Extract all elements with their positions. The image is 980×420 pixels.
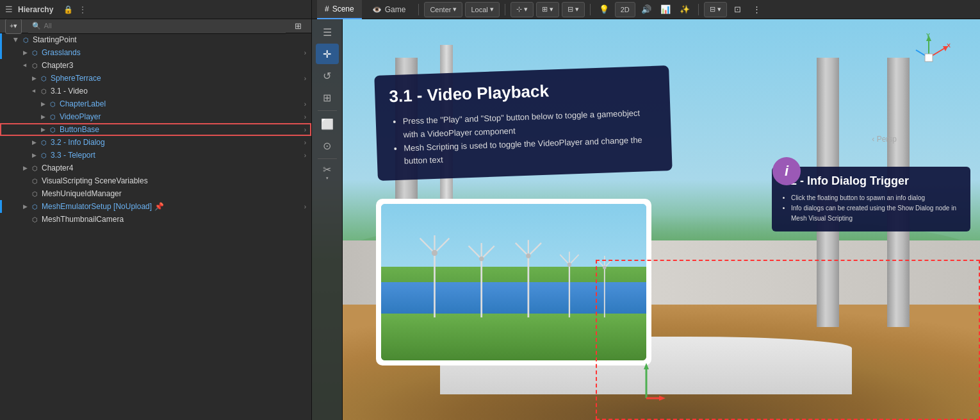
panel-32-item1: Click the floating button to spawn an in… [791,193,961,203]
scene-view[interactable]: 3.1 - Video Playback Press the "Play" an… [312,19,980,420]
tree-item-sphereterrace[interactable]: ▶ ⬡ SphereTerrace › [0,72,311,85]
move-tool[interactable]: ⊹▾ [510,2,534,17]
fullscreen-toggle[interactable]: ⊡ [730,2,746,17]
svg-text:X: X [947,42,951,49]
right-arrow-icon: › [304,152,306,159]
scene-toolbar: ☰ ✛ ↺ ⊞ ⬜ ⊙ ✂ ▾ [312,19,343,420]
svg-line-17 [569,255,579,265]
more-options-icon[interactable]: ⋮ [78,4,87,15]
stats-toggle[interactable]: 📊 [657,2,674,17]
local-label: Local [471,6,487,13]
tree-item-31video[interactable]: ▼ ⬡ 3.1 - Video [0,85,311,97]
expand-arrow[interactable]: ▶ [38,101,47,107]
scene-more-options[interactable]: ⋮ [749,2,765,17]
main-area: +▾ 🔍 ⊞ ▶ ⬡ StartingPoint ▶ ⬡ [0,19,980,420]
hand-tool[interactable]: ☰ [316,22,339,42]
center-label: Center [430,6,451,13]
layout-icon: ⊟ [710,5,715,13]
tree-item-meshemulator[interactable]: ▶ ⬡ MeshEmulatorSetup [NoUpload] 📌 › [0,200,311,213]
right-arrow-icon: › [304,203,306,210]
cube-icon: ⬡ [29,163,40,173]
rect-tool-scene[interactable]: ⬜ [316,113,339,134]
rotate-tool-scene[interactable]: ↺ [316,65,339,86]
svg-point-24 [603,265,606,269]
expand-arrow[interactable]: ▶ [38,113,47,120]
scene-game-tabs: # Scene 👁️ Game Center ▾ Local ▾ ⊹▾ ⊞▾ [312,0,980,19]
expand-arrow[interactable]: ▶ [20,203,29,210]
tree-item-startingpoint[interactable]: ▶ ⬡ StartingPoint [0,33,311,46]
snap-chevron: ▾ [550,5,553,13]
expand-arrow[interactable]: ▶ [29,152,38,158]
expand-arrow[interactable]: ▼ [22,61,28,70]
expand-arrow[interactable]: ▶ [20,49,29,56]
info-circle-button[interactable]: i [772,157,801,185]
scene-tab[interactable]: # Scene [317,0,362,19]
tree-item-32infodialog[interactable]: ▶ ⬡ 3.2 - Info Dialog › [0,136,311,149]
cube-icon: ⬡ [38,86,49,96]
cube-icon: ⬡ [20,35,31,45]
cube-icon: ⬡ [29,189,40,199]
svg-line-6 [469,246,482,258]
lock-icon[interactable]: 🔒 [63,5,73,14]
snap-tool[interactable]: ⊞▾ [536,2,559,17]
effects-toggle[interactable]: ✨ [676,2,693,17]
svg-line-11 [516,243,528,256]
tree-item-videoplayer[interactable]: ▶ ⬡ VideoPlayer › [0,110,311,123]
item-label: MeshUniqueIdManager [42,189,122,198]
center-dropdown[interactable]: Center ▾ [424,2,462,17]
panel-32-title: 3.2 - Info Dialog Trigger [781,174,961,188]
2d-toggle[interactable]: 2D [615,2,635,17]
tree-item-chapter4[interactable]: ▶ ⬡ Chapter4 [0,162,311,174]
center-chevron-icon: ▾ [453,5,457,13]
local-dropdown[interactable]: Local ▾ [465,2,499,17]
collapse-all-button[interactable]: ⊞ [290,19,306,34]
search-icon: 🔍 [32,22,41,30]
expand-arrow[interactable]: ▼ [31,87,37,96]
panel-31-title: 3.1 - Video Playback [389,78,656,106]
tree-item-grasslands[interactable]: ▶ ⬡ Grasslands › [0,46,311,59]
info-panel-31: 3.1 - Video Playback Press the "Play" an… [374,65,672,181]
active-indicator [0,33,2,46]
expand-arrow[interactable]: ▶ [29,75,38,81]
tree-item-33teleport[interactable]: ▶ ⬡ 3.3 - Teleport › [0,149,311,162]
cube-blue-icon: ⬡ [38,150,49,160]
tree-item-buttonbase[interactable]: ▶ ⬡ ButtonBase › [0,123,311,136]
svg-point-9 [479,256,484,261]
tree-item-meshthumbnail[interactable]: ▶ ⬡ MeshThumbnailCamera [0,213,311,226]
layout-dropdown[interactable]: ⊟▾ [704,2,727,17]
tree-item-vsscene[interactable]: ▶ ⬡ VisualScripting SceneVariables [0,174,311,187]
grid-tool[interactable]: ⊟▾ [562,2,585,17]
transform-tool-scene[interactable]: ⊙ [316,135,339,156]
move-tool-scene[interactable]: ✛ [316,44,339,64]
item-label: MeshEmulatorSetup [NoUpload] [42,202,152,211]
expand-arrow[interactable]: ▶ [20,165,29,171]
item-label: 3.3 - Teleport [51,151,95,160]
audio-toggle[interactable]: 🔊 [638,2,655,17]
search-input[interactable] [44,22,282,29]
svg-text:Y: Y [926,32,930,38]
game-tab[interactable]: 👁️ Game [364,0,414,19]
item-label: Chapter3 [42,61,73,70]
tree-item-chapterlabel[interactable]: ▶ ⬡ ChapterLabel › [0,97,311,110]
expand-arrow[interactable]: ▶ [29,139,38,146]
add-object-button[interactable]: +▾ [5,19,22,34]
separator2 [505,4,505,15]
move-chevron: ▾ [524,5,528,13]
scene-gizmo[interactable]: Y X [903,32,954,83]
item-label: Chapter4 [42,164,73,172]
persp-label: ‹ Persp [872,135,897,144]
expand-arrow[interactable]: ▶ [13,35,19,44]
scene-axes [627,360,666,414]
custom-tool[interactable]: ✂ ▾ [316,162,339,182]
scale-tool-scene[interactable]: ⊞ [316,87,339,108]
tree-item-chapter3[interactable]: ▼ ⬡ Chapter3 [0,59,311,72]
tree-item-meshunique[interactable]: ▶ ⬡ MeshUniqueIdManager [0,187,311,200]
panel-31-list: Press the "Play" and "Stop" button below… [389,106,658,169]
light-toggle[interactable]: 💡 [596,2,612,17]
scene-tab-label: Scene [332,4,354,13]
layout-chevron: ▾ [717,5,721,13]
separator [418,4,419,15]
expand-arrow[interactable]: ▶ [38,126,47,133]
cube-icon: ⬡ [29,214,40,224]
wind-turbines-svg [381,235,646,329]
